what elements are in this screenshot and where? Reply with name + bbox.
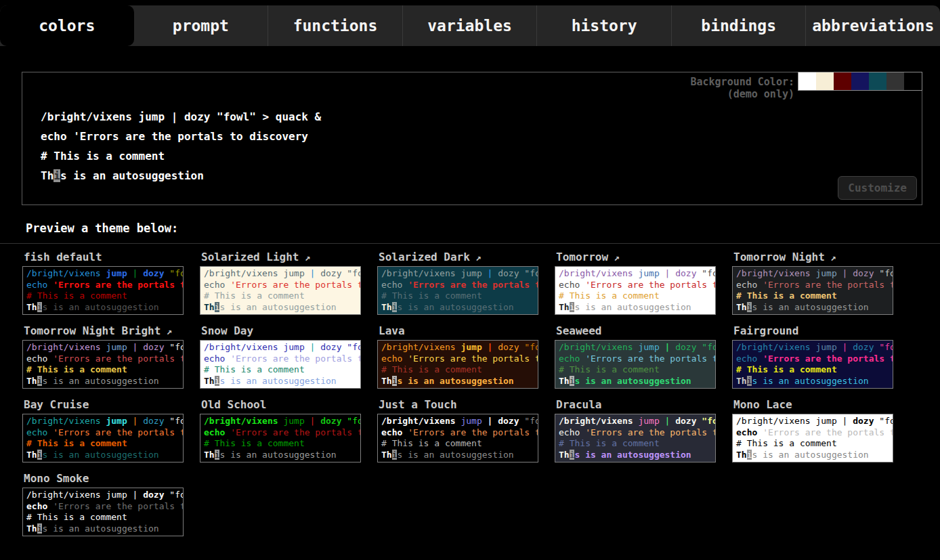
theme-grid: fish default/bright/vixens jump | dozy "…: [0, 243, 940, 550]
code-token: |: [837, 268, 853, 278]
code-token: Th: [26, 376, 37, 386]
theme-card-snow-day[interactable]: /bright/vixens jump | dozy "fowl" > quac…: [200, 340, 361, 389]
code-token: /bright/vixens: [26, 490, 106, 500]
code-token: Th: [204, 302, 215, 312]
code-token: /bright/vixens: [736, 342, 815, 352]
theme-card-mono-lace[interactable]: /bright/vixens jump | dozy "fowl" > quac…: [732, 414, 893, 462]
code-token: echo 'Errors are the portals to discover…: [41, 130, 308, 143]
customize-button[interactable]: Customize: [838, 176, 917, 200]
terminal-preview: /bright/vixens jump | dozy "fowl" > quac…: [41, 110, 321, 189]
theme-card-just-a-touch[interactable]: /bright/vixens jump | dozy "fowl" > quac…: [377, 414, 538, 462]
tab-variables[interactable]: variables: [402, 5, 537, 46]
theme-card-tomorrow[interactable]: /bright/vixens jump | dozy "fowl" > quac…: [555, 266, 716, 315]
code-token: s is an autosuggestion: [60, 169, 204, 182]
code-token: echo: [736, 427, 763, 437]
code-line: # This is a comment: [26, 364, 179, 376]
tab-abbreviations[interactable]: abbreviations: [805, 5, 940, 46]
theme-title: Solarized Light ↗: [201, 251, 361, 263]
theme-card-mono-smoke[interactable]: /bright/vixens jump | dozy "fowl" > quac…: [22, 488, 184, 536]
code-token: # This is a comment: [26, 512, 127, 522]
bg-swatch-5[interactable]: [886, 72, 904, 90]
bg-swatch-0[interactable]: [798, 72, 816, 90]
code-token: /bright/vixens jump | dozy "fowl" > quac…: [41, 110, 321, 123]
bg-swatch-3[interactable]: [851, 72, 869, 90]
code-token: |: [127, 416, 143, 426]
theme-card-seaweed[interactable]: /bright/vixens jump | dozy "fowl" > quac…: [555, 340, 716, 389]
external-link-icon[interactable]: ↗: [299, 252, 311, 263]
theme-card-solarized-light[interactable]: /bright/vixens jump | dozy "fowl" > quac…: [200, 266, 361, 315]
tab-prompt[interactable]: prompt: [134, 5, 268, 46]
theme-card-old-school[interactable]: /bright/vixens jump | dozy "fowl" > quac…: [200, 414, 361, 462]
code-token: # This is a comment: [204, 290, 305, 301]
code-line: /bright/vixens jump | dozy "fowl" > quac…: [736, 342, 889, 353]
code-token: echo: [736, 353, 763, 364]
code-line: This is an autosuggestion: [559, 302, 712, 314]
code-token: echo: [204, 280, 230, 290]
bg-swatch-4[interactable]: [869, 72, 886, 90]
code-token: jump: [461, 268, 482, 278]
code-token: dozy: [853, 416, 879, 426]
theme-card-solarized-dark[interactable]: /bright/vixens jump | dozy "fowl" > quac…: [377, 266, 538, 315]
bg-swatch-1[interactable]: [816, 72, 834, 90]
code-token: "fowl" > quack &: [702, 342, 716, 352]
theme-card-fairground[interactable]: /bright/vixens jump | dozy "fowl" > quac…: [732, 340, 893, 389]
code-line: This is an autosuggestion: [559, 450, 712, 461]
external-link-icon[interactable]: ↗: [608, 252, 620, 263]
background-color-swatches: [798, 72, 922, 91]
external-link-icon[interactable]: ↗: [825, 252, 836, 263]
tab-history[interactable]: history: [536, 5, 671, 46]
theme-title: Tomorrow Night ↗: [733, 251, 893, 263]
theme-title: Tomorrow ↗: [556, 251, 716, 263]
code-token: s is an autosuggestion: [219, 450, 336, 460]
code-line: echo 'Errors are the portals to discover…: [381, 280, 534, 291]
code-line: echo 'Errors are the portals to discover…: [736, 353, 889, 365]
code-token: dozy: [143, 342, 169, 352]
code-token: |: [660, 342, 675, 352]
theme-title: Bay Cruise: [24, 398, 184, 411]
code-line: # This is a comment: [26, 290, 179, 302]
code-token: Th: [559, 376, 570, 386]
tab-colors[interactable]: colors: [0, 5, 134, 46]
external-link-icon[interactable]: ↗: [470, 252, 482, 263]
code-token: jump: [106, 416, 127, 426]
theme-card-tomorrow-night[interactable]: /bright/vixens jump | dozy "fowl" > quac…: [732, 266, 893, 315]
code-token: Th: [559, 302, 570, 312]
code-line: /bright/vixens jump | dozy "fowl" > quac…: [26, 342, 179, 353]
background-color-label-line2: (demo only): [690, 88, 794, 100]
code-token: 'Errors are the portals to discovery: [53, 280, 184, 290]
theme-card-bay-cruise[interactable]: /bright/vixens jump | dozy "fowl" > quac…: [22, 414, 184, 462]
code-token: 'Errors are the portals to discovery: [53, 501, 184, 511]
code-token: s is an autosuggestion: [574, 376, 691, 386]
code-token: Th: [204, 450, 215, 460]
code-line: # This is a comment: [381, 438, 534, 450]
code-token: /bright/vixens: [204, 342, 283, 352]
code-line: This is an autosuggestion: [204, 302, 357, 314]
theme-cell-solarized-light: Solarized Light ↗/bright/vixens jump | d…: [200, 251, 361, 315]
theme-title: Solarized Dark ↗: [379, 251, 538, 263]
code-line: echo 'Errors are the portals to discover…: [26, 353, 179, 365]
theme-card-fish-default[interactable]: /bright/vixens jump | dozy "fowl" > quac…: [22, 266, 184, 315]
code-token: echo: [381, 353, 408, 364]
code-token: Th: [736, 450, 747, 460]
code-line: /bright/vixens jump | dozy "fowl" > quac…: [26, 416, 179, 427]
code-token: # This is a comment: [41, 150, 165, 163]
code-token: 'Errors are the portals to discovery: [53, 353, 184, 364]
code-line: echo 'Errors are the portals to discover…: [559, 280, 712, 291]
external-link-icon[interactable]: ↗: [161, 326, 172, 337]
tab-bindings[interactable]: bindings: [671, 5, 806, 46]
code-line: /bright/vixens jump | dozy "fowl" > quac…: [559, 268, 712, 280]
code-token: "fowl" > quack &: [702, 268, 716, 278]
code-line: This is an autosuggestion: [26, 523, 179, 535]
code-token: Th: [381, 302, 392, 312]
code-token: "fowl" > quack &: [169, 342, 184, 352]
code-token: 'Errors are the portals to discovery: [408, 280, 538, 290]
code-line: # This is a comment: [381, 364, 534, 376]
theme-card-tomorrow-night-bright[interactable]: /bright/vixens jump | dozy "fowl" > quac…: [22, 340, 184, 389]
theme-card-dracula[interactable]: /bright/vixens jump | dozy "fowl" > quac…: [555, 414, 716, 462]
code-line: # This is a comment: [559, 364, 712, 376]
bg-swatch-6[interactable]: [904, 72, 922, 90]
bg-swatch-2[interactable]: [834, 72, 851, 90]
tab-functions[interactable]: functions: [268, 5, 402, 46]
code-token: s is an autosuggestion: [42, 523, 158, 534]
theme-card-lava[interactable]: /bright/vixens jump | dozy "fowl" > quac…: [377, 340, 538, 389]
